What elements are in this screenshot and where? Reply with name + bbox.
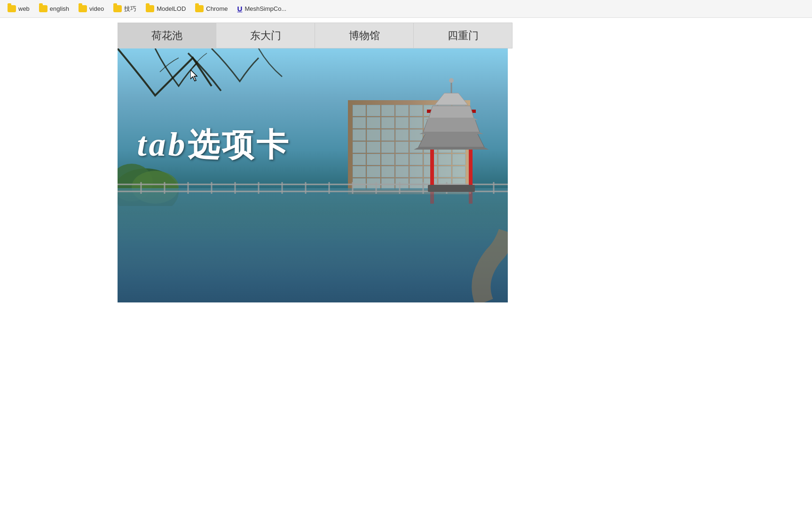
bookmark-modellod[interactable]: ModelLOD xyxy=(142,3,189,14)
folder-icon xyxy=(39,5,47,12)
building-windows xyxy=(348,100,470,194)
folder-icon xyxy=(113,5,122,12)
folder-icon xyxy=(195,5,204,12)
cursor-arrow xyxy=(190,70,202,85)
tab-bowuguan-label: 博物馆 xyxy=(349,29,380,43)
tab-sizhongmen-label: 四重门 xyxy=(448,29,479,43)
tab-bowuguan[interactable]: 博物馆 xyxy=(315,23,414,48)
building-body xyxy=(348,100,470,194)
content-image: tab选项卡 xyxy=(118,48,508,302)
bookmark-web-label: web xyxy=(18,5,30,12)
overlay-text: tab选项卡 xyxy=(137,127,291,164)
tab-navigation: 荷花池 东大门 博物馆 四重门 xyxy=(118,23,512,48)
tab-dongdamen-label: 东大门 xyxy=(250,29,281,43)
overlay-text-chinese: 选项卡 xyxy=(188,127,291,163)
bookmarks-bar: web english video 技巧 ModelLOD Chrome U M… xyxy=(0,0,812,18)
bookmark-english[interactable]: english xyxy=(35,3,73,14)
page-content: 荷花池 东大门 博物馆 四重门 xyxy=(0,18,812,508)
u-icon: U xyxy=(237,5,243,13)
folder-icon xyxy=(79,5,87,12)
overlay-text-latin: tab xyxy=(137,126,188,164)
bookmark-modellod-label: ModelLOD xyxy=(157,5,186,12)
tab-dongdamen[interactable]: 东大门 xyxy=(216,23,315,48)
bookmark-jiqiao[interactable]: 技巧 xyxy=(110,3,140,15)
bookmark-chrome-label: Chrome xyxy=(206,5,228,12)
tab-hehuachi-label: 荷花池 xyxy=(151,29,182,43)
bookmark-meshsimpco-label: MeshSimpCo... xyxy=(244,5,286,12)
bookmark-video-label: video xyxy=(89,5,104,12)
water-area xyxy=(118,188,508,302)
bookmark-jiqiao-label: 技巧 xyxy=(124,5,136,13)
bookmark-english-label: english xyxy=(50,5,69,12)
folder-icon xyxy=(8,5,16,12)
bookmark-web[interactable]: web xyxy=(4,3,33,14)
tab-sizhongmen[interactable]: 四重门 xyxy=(414,23,512,48)
bookmark-chrome[interactable]: Chrome xyxy=(191,3,231,14)
tab-hehuachi[interactable]: 荷花池 xyxy=(118,23,216,48)
bookmark-meshsimpco[interactable]: U MeshSimpCo... xyxy=(234,3,291,15)
folder-icon xyxy=(146,5,154,12)
bookmark-video[interactable]: video xyxy=(75,3,108,14)
svg-marker-40 xyxy=(190,70,197,81)
building xyxy=(348,63,480,194)
